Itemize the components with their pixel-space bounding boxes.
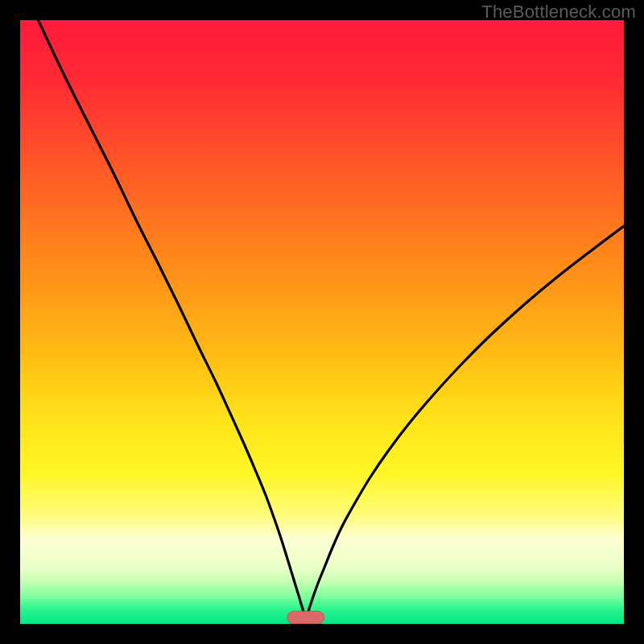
chart-frame: TheBottleneck.com xyxy=(0,0,644,644)
bottleneck-marker xyxy=(287,611,324,624)
bottleneck-chart xyxy=(20,20,624,624)
chart-background xyxy=(20,20,624,624)
